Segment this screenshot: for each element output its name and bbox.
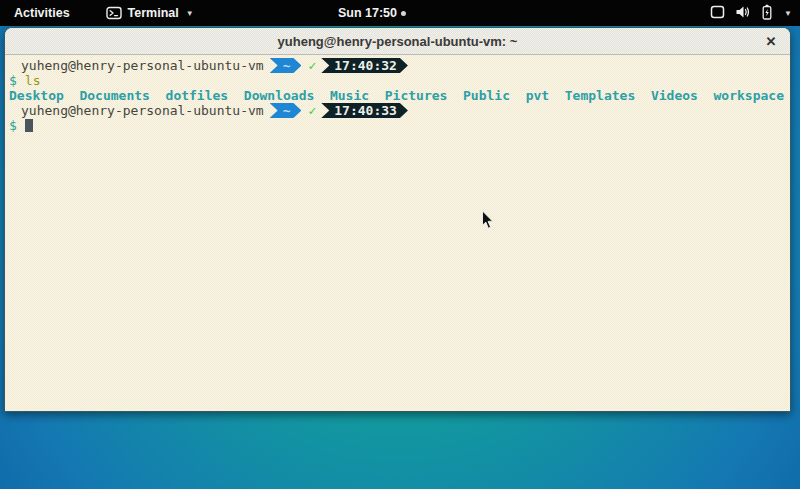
powerline-time-segment: 17:40:33	[321, 103, 408, 118]
prompt-dollar: $	[9, 118, 17, 133]
powerline-path-segment: ~	[270, 58, 302, 73]
display-icon	[710, 5, 725, 22]
prompt-dollar: $	[9, 73, 17, 88]
volume-icon	[735, 5, 751, 22]
app-menu-chevron-icon: ▼	[186, 9, 194, 18]
clock-button[interactable]: Sun 17:50	[338, 6, 406, 20]
command-text: ls	[25, 73, 41, 88]
directory-entry: Music	[330, 88, 369, 103]
text-cursor	[25, 119, 33, 132]
system-status-area[interactable]: ▼	[710, 0, 792, 26]
prompt-user: yuheng@henry-personal-ubuntu-vm	[21, 103, 264, 118]
directory-entry: Videos	[651, 88, 698, 103]
directory-entry: workspace	[714, 88, 784, 103]
powerline-time-segment: 17:40:32	[321, 58, 408, 73]
directory-entry: Desktop	[9, 88, 64, 103]
notification-dot-icon	[401, 11, 406, 16]
powerline-path-segment: ~	[270, 103, 302, 118]
app-menu-button[interactable]: Terminal ▼	[106, 6, 194, 20]
status-check-icon: ✓	[308, 103, 316, 118]
system-menu-chevron-icon: ▼	[784, 9, 792, 18]
directory-entry: pvt	[526, 88, 549, 103]
clock-label: Sun 17:50	[338, 6, 397, 20]
directory-entry: Downloads	[244, 88, 314, 103]
prompt-line: yuheng@henry-personal-ubuntu-vm ~ ✓ 17:4…	[9, 103, 786, 118]
directory-entry: Templates	[565, 88, 635, 103]
directory-listing: Desktop Documents dotfiles Downloads Mus…	[9, 88, 786, 103]
prompt-user: yuheng@henry-personal-ubuntu-vm	[21, 58, 264, 73]
battery-charging-icon	[761, 4, 773, 23]
terminal-window: yuheng@henry-personal-ubuntu-vm: ~ ✕ yuh…	[4, 27, 791, 412]
window-titlebar[interactable]: yuheng@henry-personal-ubuntu-vm: ~ ✕	[5, 28, 790, 55]
directory-entry: Documents	[79, 88, 149, 103]
directory-entry: Public	[463, 88, 510, 103]
activities-button[interactable]: Activities	[10, 6, 74, 20]
close-button[interactable]: ✕	[762, 32, 780, 50]
app-menu-label: Terminal	[128, 6, 179, 20]
terminal-app-icon	[106, 6, 122, 20]
directory-entry: Pictures	[385, 88, 448, 103]
window-title: yuheng@henry-personal-ubuntu-vm: ~	[278, 34, 518, 49]
prompt-line: yuheng@henry-personal-ubuntu-vm ~ ✓ 17:4…	[9, 58, 786, 73]
top-bar: Activities Terminal ▼ Sun 17:50	[0, 0, 800, 26]
directory-entry: dotfiles	[166, 88, 229, 103]
terminal-viewport[interactable]: yuheng@henry-personal-ubuntu-vm ~ ✓ 17:4…	[5, 55, 790, 411]
status-check-icon: ✓	[308, 58, 316, 73]
command-line: $ ls	[9, 73, 786, 88]
input-line: $	[9, 118, 786, 133]
